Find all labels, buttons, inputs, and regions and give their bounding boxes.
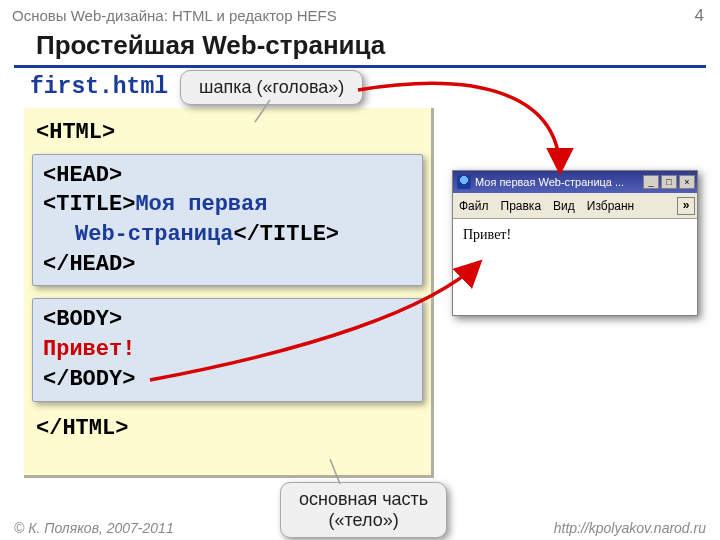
code-html-open: <HTML> [36, 118, 419, 148]
code-head-open: <HEAD> [43, 161, 412, 191]
topic-text: Основы Web-дизайна: HTML и редактор HEFS [12, 7, 337, 24]
close-button[interactable]: × [679, 175, 695, 189]
code-body-text: Привет! [43, 335, 412, 365]
code-title-line1: <TITLE>Моя первая [43, 190, 412, 220]
menu-fav[interactable]: Избранн [587, 199, 634, 213]
code-title-text2: Web-страница [43, 222, 233, 247]
browser-title-text: Моя первая Web-страница ... [475, 176, 641, 188]
menu-view[interactable]: Вид [553, 199, 575, 213]
callout-body-l1: основная часть [299, 489, 428, 509]
head-box: <HEAD> <TITLE>Моя первая Web-страница</T… [32, 154, 423, 287]
browser-page: Привет! [453, 219, 697, 315]
slide-title: Простейшая Web-страница [36, 30, 720, 65]
footer-copyright: © К. Поляков, 2007-2011 [14, 520, 174, 536]
maximize-button[interactable]: □ [661, 175, 677, 189]
page-number: 4 [695, 6, 704, 26]
minimize-button[interactable]: _ [643, 175, 659, 189]
footer: © К. Поляков, 2007-2011 http://kpolyakov… [0, 520, 720, 536]
code-head-close: </HEAD> [43, 250, 412, 280]
browser-titlebar: Моя первая Web-страница ... _ □ × [453, 171, 697, 193]
callout-head: шапка («голова») [180, 70, 363, 105]
code-title-close: </TITLE> [233, 222, 339, 247]
browser-window: Моя первая Web-страница ... _ □ × Файл П… [452, 170, 698, 316]
menu-file[interactable]: Файл [459, 199, 489, 213]
code-title-text1: Моя первая [135, 192, 267, 217]
browser-menubar: Файл Правка Вид Избранн » [453, 193, 697, 219]
footer-url: http://kpolyakov.narod.ru [554, 520, 706, 536]
code-body-close: </BODY> [43, 365, 412, 395]
code-body-open: <BODY> [43, 305, 412, 335]
body-box: <BODY> Привет! </BODY> [32, 298, 423, 401]
header-bar: Основы Web-дизайна: HTML и редактор HEFS… [0, 0, 720, 28]
page-text: Привет! [463, 227, 511, 242]
code-area: <HTML> <HEAD> <TITLE>Моя первая Web-стра… [24, 108, 434, 478]
menu-edit[interactable]: Правка [501, 199, 542, 213]
filename-label: first.html [30, 74, 720, 100]
code-html-close: </HTML> [36, 414, 419, 444]
browser-app-icon [457, 175, 471, 189]
code-title-open: <TITLE> [43, 192, 135, 217]
menu-more-icon[interactable]: » [677, 197, 695, 215]
code-title-line2: Web-страница</TITLE> [43, 220, 412, 250]
title-rule [14, 65, 706, 68]
